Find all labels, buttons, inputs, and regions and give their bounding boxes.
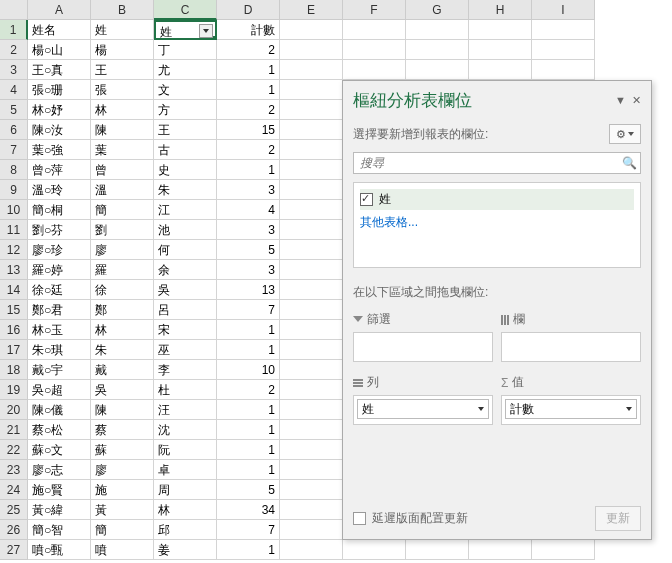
rows-field-select[interactable]: 姓 [357, 399, 489, 419]
cell[interactable]: 4 [217, 200, 280, 220]
column-header[interactable]: G [406, 0, 469, 20]
cell[interactable]: 10 [217, 360, 280, 380]
cell[interactable]: 陳 [91, 120, 154, 140]
filter-dropdown-button[interactable] [199, 24, 213, 38]
cell[interactable] [280, 520, 343, 540]
cell[interactable]: 姜 [154, 540, 217, 560]
cell[interactable] [280, 320, 343, 340]
cell[interactable] [280, 60, 343, 80]
cell[interactable]: 黃 [91, 500, 154, 520]
cell[interactable]: 3 [217, 180, 280, 200]
cell[interactable]: 陳○汝 [28, 120, 91, 140]
cell[interactable]: 周 [154, 480, 217, 500]
row-header[interactable]: 12 [0, 240, 28, 260]
cell[interactable] [280, 380, 343, 400]
cell[interactable]: 王 [91, 60, 154, 80]
cell[interactable]: 史 [154, 160, 217, 180]
cell[interactable]: 簡○智 [28, 520, 91, 540]
cell[interactable] [343, 60, 406, 80]
row-header[interactable]: 25 [0, 500, 28, 520]
cell[interactable]: 廖○志 [28, 460, 91, 480]
column-header[interactable]: F [343, 0, 406, 20]
cell[interactable] [280, 420, 343, 440]
cell[interactable] [280, 220, 343, 240]
row-header[interactable]: 6 [0, 120, 28, 140]
cell[interactable]: 黃○緯 [28, 500, 91, 520]
cell[interactable] [280, 180, 343, 200]
cell[interactable]: 林 [91, 100, 154, 120]
cell[interactable] [280, 120, 343, 140]
cell[interactable]: 3 [217, 220, 280, 240]
cell[interactable]: 2 [217, 380, 280, 400]
cell[interactable]: 5 [217, 480, 280, 500]
cell[interactable]: 張 [91, 80, 154, 100]
cell[interactable]: 噴 [91, 540, 154, 560]
cell[interactable]: 吳○超 [28, 380, 91, 400]
cell[interactable]: 1 [217, 460, 280, 480]
cell[interactable]: 1 [217, 60, 280, 80]
field-item[interactable]: 姓 [360, 189, 634, 210]
search-input[interactable] [353, 152, 641, 174]
row-header[interactable]: 21 [0, 420, 28, 440]
cell[interactable]: 王 [154, 120, 217, 140]
search-icon[interactable]: 🔍 [622, 156, 637, 170]
row-header[interactable]: 19 [0, 380, 28, 400]
cell[interactable]: 1 [217, 320, 280, 340]
column-header[interactable]: A [28, 0, 91, 20]
cell[interactable]: 沈 [154, 420, 217, 440]
column-header[interactable]: B [91, 0, 154, 20]
row-header[interactable]: 3 [0, 60, 28, 80]
panel-close-icon[interactable]: ✕ [632, 94, 641, 107]
row-header[interactable]: 18 [0, 360, 28, 380]
cell[interactable]: 蔡○松 [28, 420, 91, 440]
cell[interactable]: 何 [154, 240, 217, 260]
cell[interactable]: 蘇 [91, 440, 154, 460]
cell[interactable]: 姓 [91, 20, 154, 40]
cell[interactable]: 13 [217, 280, 280, 300]
cell[interactable]: 曾 [91, 160, 154, 180]
row-header[interactable]: 4 [0, 80, 28, 100]
cell[interactable] [469, 60, 532, 80]
cell[interactable]: 朱 [91, 340, 154, 360]
update-button[interactable]: 更新 [595, 506, 641, 531]
cell[interactable]: 方 [154, 100, 217, 120]
select-all-corner[interactable] [0, 0, 28, 20]
cell[interactable]: 1 [217, 540, 280, 560]
defer-layout-checkbox[interactable]: 延遲版面配置更新 [353, 510, 587, 527]
cell[interactable]: 宋 [154, 320, 217, 340]
cell[interactable]: 阮 [154, 440, 217, 460]
cell[interactable]: 戴 [91, 360, 154, 380]
cell[interactable]: 張○珊 [28, 80, 91, 100]
cell[interactable]: 楊 [91, 40, 154, 60]
cell[interactable] [343, 540, 406, 560]
cell[interactable] [532, 40, 595, 60]
cell[interactable] [280, 440, 343, 460]
cell[interactable]: 2 [217, 100, 280, 120]
cell[interactable]: 簡○桐 [28, 200, 91, 220]
cell[interactable]: 池 [154, 220, 217, 240]
cell[interactable]: 1 [217, 440, 280, 460]
cell[interactable] [343, 20, 406, 40]
cell[interactable]: 江 [154, 200, 217, 220]
cell[interactable]: 羅○婷 [28, 260, 91, 280]
cell[interactable]: 邱 [154, 520, 217, 540]
cell[interactable]: 廖 [91, 240, 154, 260]
cell[interactable]: 葉 [91, 140, 154, 160]
row-header[interactable]: 11 [0, 220, 28, 240]
cell[interactable]: 陳○儀 [28, 400, 91, 420]
cell[interactable]: 34 [217, 500, 280, 520]
column-header[interactable]: C [154, 0, 217, 20]
cell[interactable]: 曾○萍 [28, 160, 91, 180]
cell[interactable]: 吳 [91, 380, 154, 400]
cell[interactable]: 施○賢 [28, 480, 91, 500]
row-header[interactable]: 1 [0, 20, 28, 40]
cell[interactable]: 汪 [154, 400, 217, 420]
cell[interactable]: 文 [154, 80, 217, 100]
cell[interactable]: 噴○甄 [28, 540, 91, 560]
cell[interactable]: 廖 [91, 460, 154, 480]
cell[interactable]: 林○妤 [28, 100, 91, 120]
cell[interactable]: 溫 [91, 180, 154, 200]
cell[interactable]: 楊○山 [28, 40, 91, 60]
row-header[interactable]: 13 [0, 260, 28, 280]
row-header[interactable]: 26 [0, 520, 28, 540]
